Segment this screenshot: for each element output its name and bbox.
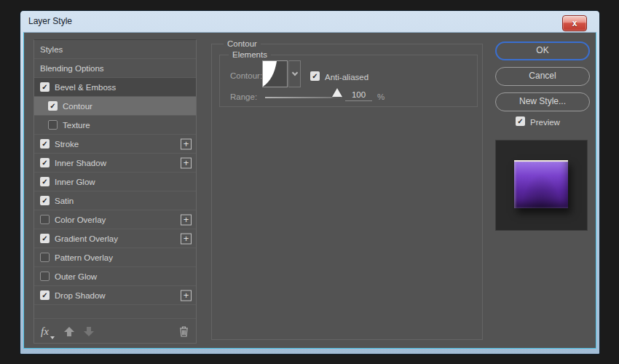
sidebar-item-inner-glow[interactable]: ✓Inner Glow xyxy=(34,173,196,191)
trash-icon xyxy=(178,325,189,337)
close-icon: x xyxy=(572,18,577,28)
preview-label: Preview xyxy=(530,118,560,127)
layer-style-dialog: Layer Style x StylesBlending Options✓Bev… xyxy=(20,10,600,355)
titlebar[interactable]: Layer Style xyxy=(20,11,599,32)
range-value-field[interactable]: 100 xyxy=(345,90,372,101)
sidebar-item-label: Inner Shadow xyxy=(55,159,106,167)
ok-button[interactable]: OK xyxy=(495,41,590,60)
sidebar-item-label: Gradient Overlay xyxy=(55,234,118,243)
sidebar-item-label: Styles xyxy=(40,45,63,54)
sidebar-footer: fx xyxy=(34,320,196,343)
contour-picker[interactable] xyxy=(262,60,301,87)
sidebar-item-stroke[interactable]: ✓Stroke+ xyxy=(34,135,196,154)
sidebar-item-bevel-emboss[interactable]: ✓Bevel & Emboss xyxy=(34,78,196,97)
sidebar-item-label: Drop Shadow xyxy=(55,291,106,300)
sidebar-item-label: Bevel & Emboss xyxy=(55,83,116,92)
sidebar-item-drop-shadow[interactable]: ✓Drop Shadow+ xyxy=(34,286,196,305)
unchecked-effect-checkbox[interactable] xyxy=(48,120,58,130)
arrow-up-icon xyxy=(64,327,74,332)
fx-icon: fx xyxy=(41,326,49,336)
range-slider-track[interactable] xyxy=(265,97,342,98)
dialog-content: StylesBlending Options✓Bevel & Emboss✓Co… xyxy=(23,32,596,349)
move-effect-down-button[interactable] xyxy=(84,327,94,336)
sidebar-item-label: Blending Options xyxy=(40,64,104,73)
elements-group: Elements Contour: ✓ Anti-aliased xyxy=(219,55,478,107)
checked-effect-checkbox[interactable]: ✓ xyxy=(40,177,50,186)
sidebar-item-label: Stroke xyxy=(55,140,79,149)
sidebar-item-label: Outer Glow xyxy=(55,272,97,281)
cancel-button[interactable]: Cancel xyxy=(495,67,590,86)
style-list: StylesBlending Options✓Bevel & Emboss✓Co… xyxy=(34,40,196,305)
arrow-down-icon xyxy=(84,331,94,336)
sidebar-item-label: Satin xyxy=(55,197,74,205)
checked-effect-checkbox[interactable]: ✓ xyxy=(40,196,50,205)
range-unit-label: % xyxy=(377,92,385,101)
new-style-button[interactable]: New Style... xyxy=(495,92,590,111)
close-button[interactable]: x xyxy=(562,15,587,31)
sidebar-item-blending-options[interactable]: Blending Options xyxy=(34,59,196,78)
fx-menu-button[interactable]: fx xyxy=(41,326,55,336)
antialiased-checkbox[interactable]: ✓ xyxy=(310,71,320,81)
unchecked-effect-checkbox[interactable] xyxy=(40,272,50,281)
chevron-down-icon xyxy=(291,70,297,76)
checked-effect-checkbox[interactable]: ✓ xyxy=(40,82,50,92)
style-preview-panel xyxy=(495,140,588,231)
fx-caret-icon xyxy=(50,336,55,339)
checked-effect-checkbox[interactable]: ✓ xyxy=(40,158,50,167)
sidebar-item-label: Inner Glow xyxy=(55,178,95,186)
section-title: Contour xyxy=(224,39,261,49)
contour-picker-label: Contour: xyxy=(230,71,262,80)
range-label: Range: xyxy=(230,92,257,101)
contour-dropdown-button[interactable] xyxy=(288,60,301,87)
antialiased-label: Anti-aliased xyxy=(325,73,368,82)
add-effect-instance-button[interactable]: + xyxy=(181,157,192,168)
sidebar-item-satin[interactable]: ✓Satin xyxy=(34,191,196,210)
sidebar-item-contour[interactable]: ✓Contour xyxy=(34,97,196,116)
style-list-spacer xyxy=(34,305,196,319)
contour-section: Contour Elements Contour: ✓ xyxy=(211,44,483,340)
sidebar-item-styles[interactable]: Styles xyxy=(34,40,196,59)
sidebar-item-outer-glow[interactable]: Outer Glow xyxy=(34,267,196,286)
window-title: Layer Style xyxy=(28,16,72,26)
checked-effect-checkbox[interactable]: ✓ xyxy=(40,234,50,243)
sidebar-item-pattern-overlay[interactable]: Pattern Overlay xyxy=(34,248,196,267)
unchecked-effect-checkbox[interactable] xyxy=(40,253,50,262)
contour-curve-icon xyxy=(263,61,287,87)
elements-group-title: Elements xyxy=(229,50,271,60)
checked-effect-checkbox[interactable]: ✓ xyxy=(40,139,50,149)
sidebar-item-texture[interactable]: Texture xyxy=(34,116,196,135)
sidebar-item-label: Contour xyxy=(63,102,92,111)
checked-effect-checkbox[interactable]: ✓ xyxy=(48,101,58,111)
add-effect-instance-button[interactable]: + xyxy=(181,138,192,149)
add-effect-instance-button[interactable]: + xyxy=(181,233,192,244)
checked-effect-checkbox[interactable]: ✓ xyxy=(40,290,50,300)
sidebar-item-color-overlay[interactable]: Color Overlay+ xyxy=(34,210,196,229)
sidebar-item-inner-shadow[interactable]: ✓Inner Shadow+ xyxy=(34,154,196,173)
sidebar-item-label: Pattern Overlay xyxy=(55,253,113,262)
preview-checkbox[interactable]: ✓ xyxy=(516,116,525,126)
move-effect-up-button[interactable] xyxy=(64,327,74,336)
styles-sidebar: StylesBlending Options✓Bevel & Emboss✓Co… xyxy=(33,39,197,344)
delete-effect-button[interactable] xyxy=(178,325,189,337)
contour-thumbnail[interactable] xyxy=(262,60,288,87)
add-effect-instance-button[interactable]: + xyxy=(181,214,192,225)
style-preview-swatch xyxy=(514,160,568,208)
range-slider-thumb[interactable] xyxy=(332,88,342,97)
sidebar-item-gradient-overlay[interactable]: ✓Gradient Overlay+ xyxy=(34,229,196,248)
sidebar-item-label: Texture xyxy=(63,121,90,130)
add-effect-instance-button[interactable]: + xyxy=(181,290,192,301)
unchecked-effect-checkbox[interactable] xyxy=(40,215,50,224)
sidebar-item-label: Color Overlay xyxy=(55,215,106,224)
